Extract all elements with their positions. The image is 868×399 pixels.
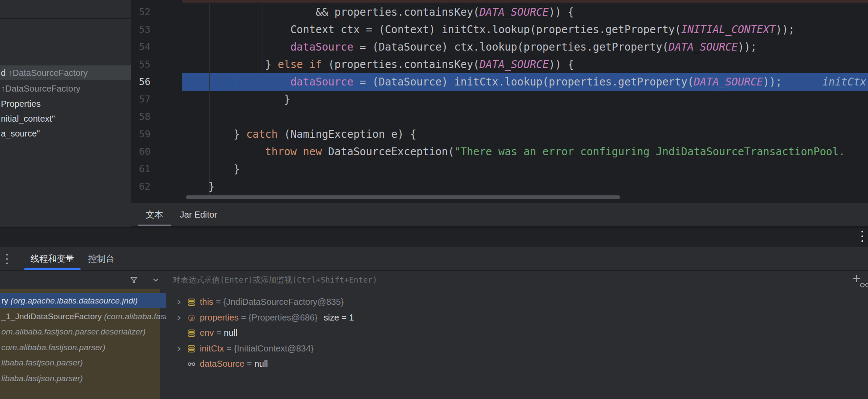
equals-sign: = (244, 359, 254, 369)
variable-reference-value: {InitialContext@834} (234, 344, 314, 354)
editor-tab[interactable]: 文本 (138, 203, 171, 226)
stack-frame[interactable]: ry (org.apache.ibatis.datasource.jndi) (0, 293, 166, 308)
kebab-menu-icon[interactable] (6, 254, 8, 264)
variable-name: this (200, 297, 213, 307)
code-token: DATA_SOURCE (694, 76, 763, 88)
variables-panel: this = {JndiDataSourceFactory@835}pprope… (166, 289, 868, 399)
sidebar-item[interactable]: ↑DataSourceFactory (0, 81, 131, 96)
debugger-tabbar: 线程和变量控制台 (0, 247, 868, 271)
equals-sign: = (214, 328, 224, 338)
sidebar-item-prefix: d (1, 68, 8, 78)
code-token: else if (278, 58, 322, 71)
horizontal-scrollbar[interactable] (186, 195, 620, 199)
variable-row[interactable]: initCtx = {InitialContext@834} (166, 341, 868, 356)
editor-line[interactable]: } catch (NamingException e) { (131, 126, 868, 143)
expand-chevron-icon[interactable] (175, 299, 182, 306)
code-token: } (208, 181, 215, 193)
editor-tab-label: Jar Editor (180, 210, 217, 219)
frames-panel: ry (org.apache.ibatis.datasource.jndi)_1… (0, 289, 166, 399)
editor-line[interactable]: } (131, 178, 868, 195)
stack-frame[interactable]: libaba.fastjson.parser) (0, 371, 166, 386)
frame-package-name: com.alibaba.fastjson.parser) (1, 343, 106, 352)
frame-package-name: (org.apache.ibatis.datasource.jndi) (10, 296, 138, 305)
sidebar-item[interactable]: nitial_context" (0, 111, 131, 126)
variable-value: null (254, 359, 268, 369)
editor-line[interactable]: dataSource = (DataSource) ctx.lookup(pro… (131, 38, 868, 56)
code-token: && properties.containsKey( (315, 6, 479, 18)
selected-tab-underline (24, 268, 81, 270)
frame-package-name: libaba.fastjson.parser) (1, 374, 83, 383)
editor-tab[interactable]: Jar Editor (179, 203, 218, 226)
sidebar-item[interactable]: a_source" (0, 126, 131, 141)
debugger-tab-label: 线程和变量 (31, 254, 74, 263)
variable-row[interactable]: dataSource = null (166, 356, 868, 372)
frame-package-name: om.alibaba.fastjson.parser.deserializer) (1, 327, 146, 336)
kebab-menu-icon[interactable] (861, 231, 863, 242)
chevron-placeholder (175, 330, 182, 337)
frame-method-name: _1_JndiDataSourceFactory (1, 312, 104, 321)
frame-package-name: (com.alibaba.fastj (104, 312, 166, 321)
sidebar-item-label: a_source" (1, 129, 40, 138)
editor-line[interactable]: dataSource = (DataSource) initCtx.lookup… (131, 73, 868, 91)
code-token: = (DataSource) ctx.lookup(properties.get… (353, 41, 668, 53)
equals-sign: = (224, 344, 234, 354)
expand-chevron-icon[interactable] (175, 345, 182, 352)
editor-line[interactable]: } (131, 91, 868, 108)
debugger-tab-label: 控制台 (88, 254, 114, 263)
sidebar-item[interactable]: d ↑DataSourceFactory (0, 65, 131, 80)
chevron-down-icon[interactable] (152, 276, 160, 286)
expand-chevron-icon[interactable] (175, 314, 182, 321)
stack-frame[interactable]: om.alibaba.fastjson.parser.deserializer) (0, 324, 166, 339)
stack-frame[interactable] (0, 386, 166, 399)
sidebar-item-label: ↑DataSourceFactory (8, 68, 88, 78)
code-token: } (265, 58, 278, 71)
code-token: dataSource (290, 41, 354, 53)
code-token: "There was an error configuring JndiData… (454, 146, 845, 158)
param-variable-icon: p (188, 314, 195, 322)
code-token: )); (763, 76, 782, 88)
code-token: throw new (265, 146, 322, 158)
watch-expression-input[interactable]: 对表达式求值(Enter)或添加监视(Ctrl+Shift+Enter) (173, 271, 377, 289)
code-editor[interactable]: 52 && properties.containsKey(DATA_SOURCE… (131, 0, 868, 203)
debugger-tab[interactable]: 线程和变量 (24, 247, 81, 271)
editor-line[interactable] (131, 108, 868, 126)
sidebar-panel: d ↑DataSourceFactory↑DataSourceFactoryPr… (0, 0, 131, 227)
code-token: } (284, 93, 290, 106)
editor-line[interactable]: throw new DataSourceException("There was… (131, 143, 868, 160)
code-token: INITIAL_CONTEXT (681, 24, 776, 36)
editor-tab-label: 文本 (146, 210, 163, 219)
variable-name: env (200, 328, 214, 338)
variable-row[interactable]: env = null (166, 325, 868, 341)
code-token: (NamingException e) { (278, 128, 417, 140)
variable-row[interactable]: this = {JndiDataSourceFactory@835} (166, 294, 868, 310)
editor-view-tabbar: 文本Jar Editor (131, 203, 868, 227)
variable-value: null (224, 328, 237, 338)
code-token: )); (776, 24, 794, 36)
variable-name: initCtx (200, 344, 224, 354)
field-variable-icon (188, 329, 195, 337)
editor-line[interactable]: && properties.containsKey(DATA_SOURCE)) … (131, 3, 868, 21)
filter-icon[interactable] (129, 275, 139, 286)
code-token: } (234, 163, 240, 175)
equals-sign: = (239, 313, 249, 323)
frame-package-name: libaba.fastjson.parser) (1, 358, 83, 367)
code-token: DataSourceException( (322, 146, 454, 158)
editor-line[interactable]: Context ctx = (Context) initCtx.lookup(p… (131, 21, 868, 38)
add-watch-icon[interactable] (851, 273, 868, 290)
frame-method-name: ry (1, 296, 10, 305)
debugger-tab[interactable]: 控制台 (87, 247, 115, 271)
sidebar-item[interactable]: Properties (0, 96, 131, 111)
equals-sign: = (213, 297, 223, 307)
stack-frame[interactable]: com.alibaba.fastjson.parser) (0, 340, 166, 355)
editor-line[interactable]: } (131, 160, 868, 178)
sidebar-item-label: Properties (1, 99, 41, 109)
code-token: dataSource (290, 76, 354, 88)
stack-frame[interactable]: _1_JndiDataSourceFactory (com.alibaba.fa… (0, 309, 166, 324)
stack-frame[interactable]: libaba.fastjson.parser) (0, 355, 166, 370)
variable-reference-value: {Properties@686} (249, 313, 318, 323)
code-token: DATA_SOURCE (479, 6, 549, 18)
editor-line[interactable]: } else if (properties.containsKey(DATA_S… (131, 56, 868, 73)
sidebar-item-label: ↑DataSourceFactory (1, 84, 80, 93)
code-token: Context ctx = (Context) initCtx.lookup(p… (290, 24, 681, 36)
variable-row[interactable]: pproperties = {Properties@686}size = 1 (166, 310, 868, 325)
